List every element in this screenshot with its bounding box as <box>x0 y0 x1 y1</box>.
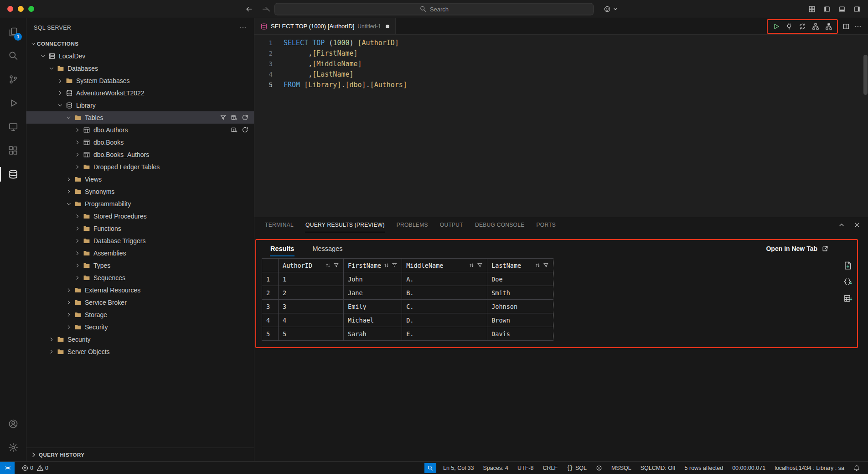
panel-tab-debug-console[interactable]: DEBUG CONSOLE <box>475 218 525 232</box>
filter-icon[interactable] <box>543 262 549 268</box>
back-arrow-icon[interactable] <box>245 5 253 13</box>
panel-tab-query-results-preview[interactable]: QUERY RESULTS (PREVIEW) <box>305 218 385 232</box>
problems-status[interactable]: 0 0 <box>19 464 51 472</box>
filter-icon[interactable] <box>333 262 339 268</box>
editor-scrollbar[interactable] <box>863 55 868 95</box>
cancel-query-button[interactable] <box>783 21 795 32</box>
estimated-plan-button[interactable] <box>810 21 822 32</box>
result-cell[interactable]: D. <box>402 313 487 327</box>
result-cell[interactable]: Michael <box>344 313 402 327</box>
activity-item-source-control[interactable] <box>0 68 26 91</box>
copilot-menu[interactable] <box>604 5 619 13</box>
result-cell[interactable]: Emily <box>344 300 402 313</box>
result-row[interactable]: 55SarahE.Davis <box>262 327 553 341</box>
toggle-primary-sidebar-icon[interactable] <box>823 5 831 13</box>
status-language-mode[interactable]: {}SQL <box>562 463 591 473</box>
status-zoom-indicator[interactable] <box>424 463 436 473</box>
result-cell[interactable]: B. <box>402 286 487 300</box>
result-row[interactable]: 44MichaelD.Brown <box>262 313 553 327</box>
result-cell[interactable]: Sarah <box>344 327 402 341</box>
result-cell[interactable]: 2 <box>279 286 344 300</box>
status-connection-info[interactable]: localhost,1434 : Library : sa <box>770 463 849 473</box>
panel-tab-ports[interactable]: PORTS <box>536 218 557 232</box>
minimize-window-button[interactable] <box>18 6 24 12</box>
activity-item-run-and-debug[interactable] <box>0 91 26 115</box>
result-cell[interactable]: 1 <box>279 272 344 286</box>
refresh-icon[interactable] <box>242 114 248 121</box>
tree-item-synonyms[interactable]: Synonyms <box>26 185 254 198</box>
forward-arrow-icon[interactable] <box>263 5 270 13</box>
result-cell[interactable]: Johnson <box>487 300 553 313</box>
column-header-middlename[interactable]: MiddleName <box>402 259 487 272</box>
tree-item-adventureworkslt2022[interactable]: AdventureWorksLT2022 <box>26 87 254 99</box>
status-notifications[interactable] <box>849 463 864 473</box>
status-cursor-position[interactable]: Ln 5, Col 33 <box>439 463 478 473</box>
refresh-icon[interactable] <box>242 126 248 133</box>
sort-icon[interactable] <box>325 262 331 268</box>
split-editor-icon[interactable] <box>842 23 850 30</box>
result-row[interactable]: 22JaneB.Smith <box>262 286 553 300</box>
status-language-status[interactable] <box>591 463 607 473</box>
column-header-lastname[interactable]: LastName <box>487 259 553 272</box>
close-panel-icon[interactable] <box>853 221 861 229</box>
enable-actual-plan-button[interactable] <box>823 21 835 32</box>
code-editor[interactable]: 1SELECT TOP (1000) [AuthorID]2 ,[FirstNa… <box>254 35 868 217</box>
tree-item-library[interactable]: Library <box>26 99 254 111</box>
tree-item-databases[interactable]: Databases <box>26 62 254 74</box>
new-table-icon[interactable] <box>231 114 238 121</box>
tree-item-stored-procedures[interactable]: Stored Procedures <box>26 210 254 222</box>
status-mssql-provider[interactable]: MSSQL <box>607 463 636 473</box>
change-connection-button[interactable] <box>796 21 808 32</box>
command-center-search[interactable]: Search <box>274 3 594 15</box>
tree-item-sequences[interactable]: Sequences <box>26 271 254 284</box>
result-cell[interactable]: Brown <box>487 313 553 327</box>
result-cell[interactable]: Jane <box>344 286 402 300</box>
open-in-new-tab-button[interactable]: Open in New Tab <box>766 245 849 252</box>
tree-item-connections[interactable]: CONNECTIONS <box>26 37 254 50</box>
filter-icon[interactable] <box>220 114 227 121</box>
editor-tab[interactable]: SELECT TOP (1000) [AuthorID] Untitled-1 <box>254 18 396 34</box>
status-query-duration[interactable]: 00:00:00.071 <box>728 463 770 473</box>
activity-item-sql-server[interactable] <box>0 162 26 186</box>
tree-item-database-triggers[interactable]: Database Triggers <box>26 234 254 247</box>
column-header-firstname[interactable]: FirstName <box>344 259 402 272</box>
result-cell[interactable]: John <box>344 272 402 286</box>
tree-item-views[interactable]: Views <box>26 173 254 185</box>
tree-item-server-objects[interactable]: Server Objects <box>26 345 254 358</box>
activity-item-search[interactable] <box>0 44 26 68</box>
result-row[interactable]: 33EmilyC.Johnson <box>262 300 553 313</box>
run-query-button[interactable] <box>770 21 782 32</box>
result-cell[interactable]: 5 <box>279 327 344 341</box>
save-as-csv-button[interactable] <box>843 261 852 270</box>
toggle-secondary-sidebar-icon[interactable] <box>853 5 861 13</box>
result-cell[interactable]: C. <box>402 300 487 313</box>
tree-item-localdev[interactable]: LocalDev <box>26 50 254 62</box>
sort-icon[interactable] <box>469 262 475 268</box>
result-row[interactable]: 11JohnA.Doe <box>262 272 553 286</box>
result-cell[interactable]: A. <box>402 272 487 286</box>
new-table-icon[interactable] <box>231 126 238 133</box>
result-cell[interactable]: E. <box>402 327 487 341</box>
status-encoding[interactable]: UTF-8 <box>513 463 538 473</box>
filter-icon[interactable] <box>392 262 398 268</box>
tree-item-programmability[interactable]: Programmability <box>26 198 254 210</box>
sort-icon[interactable] <box>383 262 389 268</box>
maximize-panel-icon[interactable] <box>838 221 845 229</box>
tree-item-storage[interactable]: Storage <box>26 308 254 321</box>
activity-item-settings[interactable] <box>0 436 26 459</box>
tree-item-types[interactable]: Types <box>26 259 254 271</box>
result-cell[interactable]: Doe <box>487 272 553 286</box>
tree-item-dbo-books[interactable]: dbo.Books <box>26 136 254 148</box>
results-tab-messages[interactable]: Messages <box>312 241 343 256</box>
panel-tab-terminal[interactable]: TERMINAL <box>264 218 294 232</box>
maximize-window-button[interactable] <box>28 6 34 12</box>
toggle-panel-icon[interactable] <box>838 5 846 13</box>
result-cell[interactable]: Davis <box>487 327 553 341</box>
tree-item-security[interactable]: Security <box>26 333 254 345</box>
activity-item-remote-explorer[interactable] <box>0 115 26 139</box>
tree-item-dbo-authors[interactable]: dbo.Authors <box>26 124 254 136</box>
tree-item-assemblies[interactable]: Assemblies <box>26 247 254 259</box>
save-as-excel-button[interactable] <box>843 294 852 303</box>
activity-item-explorer[interactable]: 1 <box>0 20 26 44</box>
result-cell[interactable]: 3 <box>279 300 344 313</box>
